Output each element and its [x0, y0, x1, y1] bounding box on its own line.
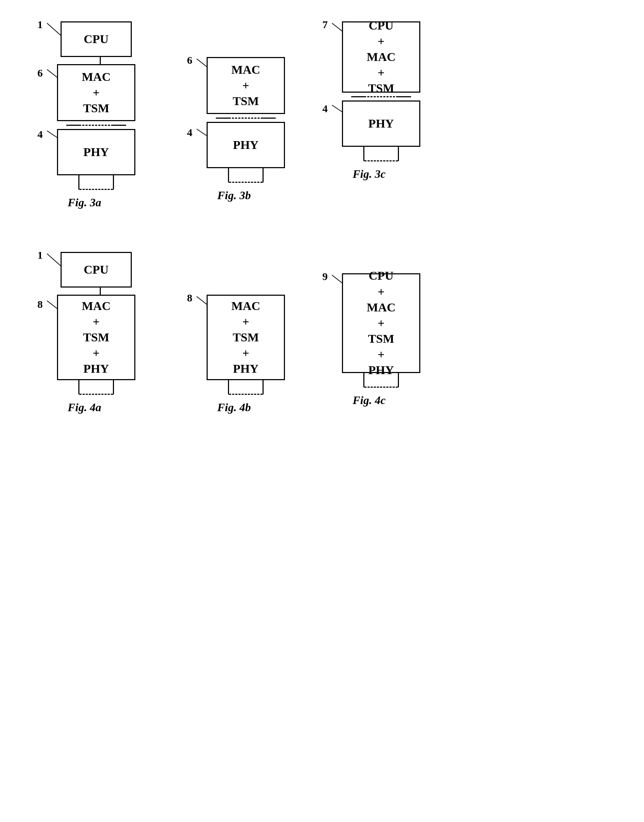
- vert-left-3c: [363, 147, 364, 161]
- fig4c-label: Fig. 4c: [353, 394, 385, 407]
- horiz-dashed-3b: [229, 182, 262, 183]
- bottom-conn-3a: [57, 175, 135, 190]
- horiz-dashed-3a: [80, 189, 113, 190]
- fig4c-container: 9 CPU+MAC+TSM+PHY Fig. 4c: [342, 273, 420, 407]
- mac-tsm-box-3b: MAC+TSM: [207, 57, 285, 114]
- vert-left-3a: [78, 175, 80, 190]
- ref-label-8-4b: 8: [187, 292, 192, 304]
- cpu-box-3a: CPU: [61, 21, 132, 57]
- bottom-row: 1 CPU 8 MAC+TSM+PHY: [35, 252, 623, 414]
- bottom-conn-3c: [342, 147, 420, 161]
- mac-tsm-phy-box-4a: MAC+TSM+PHY: [57, 294, 135, 380]
- ref-label-1-3a: 1: [37, 18, 43, 31]
- cpu-label-3a: CPU: [84, 31, 109, 47]
- bottom-conn-3b: [207, 168, 285, 182]
- left-seg-3c: [351, 96, 364, 97]
- dash-seg-3c: [364, 96, 398, 97]
- vert-right-4a: [113, 380, 114, 394]
- phy-label-3a: PHY: [83, 144, 109, 160]
- ref-label-6-3b: 6: [187, 54, 192, 66]
- fig4a-label: Fig. 4a: [67, 401, 101, 414]
- vert-right-3b: [262, 168, 264, 182]
- horiz-dashed-4c: [364, 386, 398, 388]
- cpu-mac-tsm-phy-label-4c: CPU+MAC+TSM+PHY: [366, 268, 396, 378]
- phy-label-3c: PHY: [368, 116, 394, 132]
- right-seg-3b: [263, 118, 276, 119]
- phy-label-3b: PHY: [233, 137, 259, 153]
- ref-label-8-4a: 8: [37, 298, 43, 310]
- page: 1 CPU 6 MAC+TSM: [0, 0, 644, 822]
- fig4b-label: Fig. 4b: [217, 401, 251, 414]
- phy-box-3a: PHY: [57, 129, 135, 175]
- ref-label-4-3b: 4: [187, 126, 192, 139]
- v-conn-4a: [100, 288, 101, 294]
- phy-box-3b: PHY: [207, 122, 285, 168]
- vert-right-4b: [262, 380, 264, 394]
- cpu-mac-tsm-phy-box-4c: CPU+MAC+TSM+PHY: [342, 273, 420, 373]
- ref-label-6-3a: 6: [37, 67, 43, 79]
- mac-tsm-phy-label-4b: MAC+TSM+PHY: [231, 298, 260, 377]
- vert-left-4b: [228, 380, 229, 394]
- vert-left-4a: [78, 380, 80, 394]
- mac-tsm-box-3a: MAC+TSM: [57, 64, 135, 121]
- horiz-dashed-4b: [229, 394, 262, 395]
- fig4a-container: 1 CPU 8 MAC+TSM+PHY: [57, 252, 135, 414]
- bottom-conn-4c: [342, 373, 420, 387]
- dash-seg-3b: [228, 118, 263, 119]
- vert-right-4c: [398, 373, 399, 387]
- ref-label-4-3c: 4: [322, 103, 328, 115]
- fig4b-container: 8 MAC+TSM+PHY Fig. 4b: [207, 294, 285, 414]
- fig3c-label: Fig. 3c: [353, 167, 385, 181]
- top-dashed-3b: [207, 114, 285, 122]
- right-seg-3a: [113, 125, 126, 126]
- horiz-dashed-4a: [80, 394, 113, 395]
- fig3b-container: 6 MAC+TSM 4 PHY: [207, 57, 285, 202]
- mac-tsm-label-3a: MAC+TSM: [81, 69, 110, 117]
- top-row: 1 CPU 6 MAC+TSM: [35, 21, 623, 209]
- mac-tsm-phy-label-4a: MAC+TSM+PHY: [81, 298, 110, 377]
- bottom-conn-4a: [57, 380, 135, 394]
- cpu-mac-tsm-label-3c: CPU+MAC+TSM: [366, 18, 396, 97]
- vert-left-4c: [363, 373, 364, 387]
- top-dashed-3c: [342, 93, 420, 100]
- cpu-label-4a: CPU: [84, 262, 109, 278]
- mac-tsm-phy-box-4b: MAC+TSM+PHY: [207, 294, 285, 380]
- left-seg-3a: [66, 125, 79, 126]
- ref-label-4-3a: 4: [37, 128, 43, 140]
- ref-label-1-4a: 1: [37, 249, 43, 261]
- fig3a-container: 1 CPU 6 MAC+TSM: [57, 21, 135, 209]
- fig3b-label: Fig. 3b: [217, 189, 251, 202]
- cpu-mac-tsm-box-3c: CPU+MAC+TSM: [342, 21, 420, 93]
- cpu-box-4a: CPU: [61, 252, 132, 288]
- fig3a-label: Fig. 3a: [67, 196, 101, 209]
- right-seg-3c: [398, 96, 411, 97]
- bottom-conn-4b: [207, 380, 285, 394]
- left-seg-3b: [216, 118, 228, 119]
- horiz-dashed-3c: [364, 160, 398, 161]
- ref-label-7-3c: 7: [322, 18, 328, 31]
- ref-label-9-4c: 9: [322, 270, 328, 282]
- mac-tsm-label-3b: MAC+TSM: [231, 62, 260, 109]
- top-dashed-3a: [57, 121, 135, 129]
- dash-seg-3a: [79, 125, 113, 126]
- vert-right-3a: [113, 175, 114, 190]
- vert-left-3b: [228, 168, 229, 182]
- phy-box-3c: PHY: [342, 100, 420, 147]
- vert-right-3c: [398, 147, 399, 161]
- fig3c-container: 7 CPU+MAC+TSM 4 PHY: [342, 21, 420, 181]
- v-conn-3a: [100, 57, 101, 64]
